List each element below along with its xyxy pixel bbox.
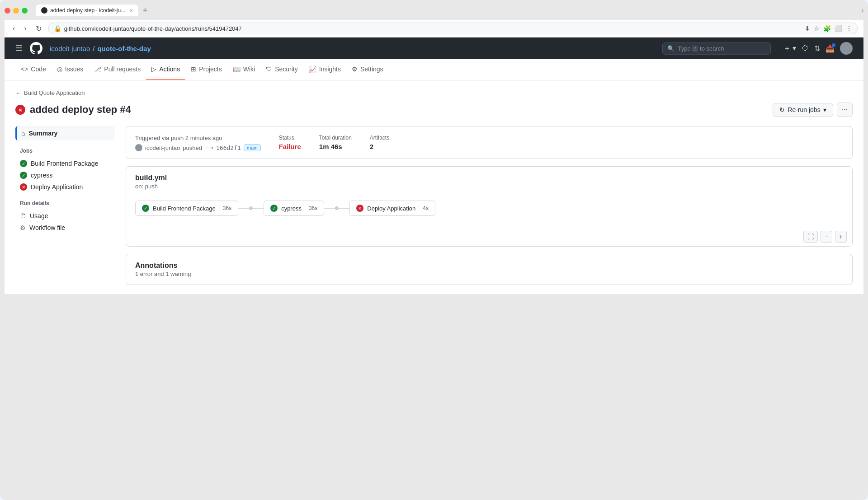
tab-security[interactable]: 🛡 Security [260, 59, 303, 80]
bookmark-icon[interactable]: ☆ [814, 25, 820, 32]
lock-icon: 🔒 [54, 25, 61, 32]
repo-name-link[interactable]: quote-of-the-day [97, 45, 151, 52]
tab-security-label: Security [275, 65, 298, 73]
back-button[interactable]: ‹ [10, 23, 18, 33]
tab-pull-requests[interactable]: ⎇ Pull requests [89, 59, 146, 80]
job-success-icon: ✓ [20, 172, 27, 179]
run-title-row: × added deploy step #4 ↻ Re-run jobs ▾ ·… [15, 103, 853, 117]
notification-dot [832, 43, 835, 47]
wf-job-build-frontend[interactable]: ✓ Build Frontend Package 36s [135, 201, 238, 216]
sidebar: ⌂ Summary Jobs ✓ Build Frontend Package … [15, 126, 115, 285]
timer-icon[interactable]: ⏱ [802, 44, 809, 52]
status-value: Failure [279, 143, 301, 150]
tab-settings[interactable]: ⚙ Settings [346, 59, 389, 80]
wf-job-failure-icon: ✕ [356, 205, 363, 212]
duration-section: Total duration 1m 46s [319, 135, 352, 150]
wf-job-deploy[interactable]: ✕ Deploy Application 4s [349, 201, 435, 216]
rerun-button[interactable]: ↻ Re-run jobs ▾ [773, 103, 833, 117]
trigger-info: Triggered via push 2 minutes ago icodeit… [126, 126, 852, 159]
annotations-header: Annotations 1 error and 1 warning [126, 254, 852, 285]
download-icon[interactable]: ⬇ [805, 25, 810, 32]
new-tab-button[interactable]: + [140, 6, 151, 15]
jobs-section-title: Jobs [15, 148, 115, 154]
wf-job-cypress[interactable]: ✓ cypress 36s [264, 201, 324, 216]
user-avatar[interactable] [840, 42, 853, 55]
more-options-icon[interactable]: ⋮ [846, 25, 852, 32]
connector-2 [324, 206, 349, 210]
minimize-dot[interactable] [13, 8, 19, 14]
run-actions: ↻ Re-run jobs ▾ ··· [773, 103, 853, 117]
connector-line [253, 208, 264, 209]
actor-avatar [135, 144, 142, 151]
breadcrumb[interactable]: ← Build Quote Application [15, 89, 853, 96]
rerun-icon: ↻ [779, 106, 785, 113]
workflow-trigger: on: push [135, 183, 843, 190]
workflow-diagram-card: build.yml on: push ✓ Build Frontend Pack… [126, 166, 853, 247]
tab-code[interactable]: <> Code [15, 59, 52, 80]
connector-line [324, 208, 335, 209]
tab-issues-label: Issues [65, 65, 83, 73]
artifacts-label: Artifacts [370, 135, 389, 141]
fullscreen-button[interactable]: ⛶ [803, 231, 818, 243]
workflow-diagram: ✓ Build Frontend Package 36s ✓ [126, 190, 852, 227]
username-link[interactable]: icodeit-juntao [50, 45, 90, 52]
tab-insights[interactable]: 📈 Insights [303, 59, 346, 80]
tab-close-button[interactable]: × [130, 8, 132, 13]
connector-1 [238, 206, 264, 210]
back-icon: ← [15, 89, 21, 96]
sidebar-job-build-frontend[interactable]: ✓ Build Frontend Package [15, 158, 115, 169]
zoom-in-button[interactable]: + [835, 231, 847, 243]
tab-actions[interactable]: ▷ Actions [146, 59, 185, 80]
wf-job-duration: 4s [423, 205, 429, 211]
hamburger-menu[interactable]: ☰ [15, 43, 23, 53]
tab-wiki[interactable]: 📖 Wiki [227, 59, 260, 80]
forward-button[interactable]: › [21, 23, 29, 33]
more-button[interactable]: ··· [837, 103, 853, 117]
address-bar[interactable]: 🔒 github.com/icodeit-juntao/quote-of-the… [48, 23, 858, 34]
summary-label: Summary [28, 130, 57, 137]
issues-icon: ◎ [57, 65, 62, 73]
status-label: Status [279, 135, 301, 141]
projects-icon: ⊞ [191, 65, 196, 73]
pushed-text: pushed [183, 145, 202, 151]
zoom-out-button[interactable]: − [821, 231, 832, 243]
tab-projects[interactable]: ⊞ Projects [185, 59, 227, 80]
header-actions: ＋ ▾ ⏱ ⇅ 📥 [783, 42, 853, 55]
connector-line [238, 208, 249, 209]
tab-issues[interactable]: ◎ Issues [52, 59, 89, 80]
plus-icon[interactable]: ＋ ▾ [783, 44, 796, 53]
home-icon: ⌂ [21, 130, 25, 137]
commit-arrow-icon: ⟶ [205, 145, 213, 151]
insights-icon: 📈 [309, 65, 316, 73]
active-tab[interactable]: added deploy step · icodeit-ju... × [36, 5, 138, 16]
extension-icon[interactable]: 🧩 [823, 25, 831, 32]
separator: / [93, 45, 94, 52]
commit-hash: 166d2f1 [216, 145, 241, 151]
maximize-dot[interactable] [22, 8, 28, 14]
sidebar-workflow-file[interactable]: ⚙ Workflow file [15, 222, 115, 234]
run-details-section: Run details ⏱ Usage ⚙ Workflow file [15, 200, 115, 234]
sidebar-job-cypress[interactable]: ✓ cypress [15, 169, 115, 181]
tab-wiki-label: Wiki [243, 65, 255, 73]
inbox-icon[interactable]: 📥 [826, 44, 835, 53]
job-success-icon: ✓ [20, 160, 27, 167]
chevron-right-icon: › [862, 7, 863, 14]
sidebar-job-deploy[interactable]: ✕ Deploy Application [15, 181, 115, 193]
close-dot[interactable] [5, 8, 10, 14]
rerun-dropdown-icon: ▾ [823, 106, 826, 113]
pull-request-icon[interactable]: ⇅ [814, 44, 820, 53]
repo-breadcrumb: icodeit-juntao / quote-of-the-day [50, 45, 151, 52]
trigger-actor-row: icodeit-juntao pushed ⟶ 166d2f1 main [135, 144, 261, 151]
main-content: ← Build Quote Application × added deploy… [5, 80, 863, 294]
duration-label: Total duration [319, 135, 352, 141]
connector-circle [335, 206, 339, 210]
global-search[interactable]: 🔍 Type / to search [662, 42, 771, 55]
status-section: Status Failure [279, 135, 301, 150]
tab-title: added deploy step · icodeit-ju... [50, 7, 125, 14]
connector-line [339, 208, 349, 209]
connector-circle [249, 206, 253, 210]
refresh-button[interactable]: ↻ [33, 23, 44, 34]
profile-icon[interactable]: ⬜ [835, 25, 842, 32]
sidebar-summary[interactable]: ⌂ Summary [15, 126, 115, 140]
sidebar-usage[interactable]: ⏱ Usage [15, 210, 115, 222]
